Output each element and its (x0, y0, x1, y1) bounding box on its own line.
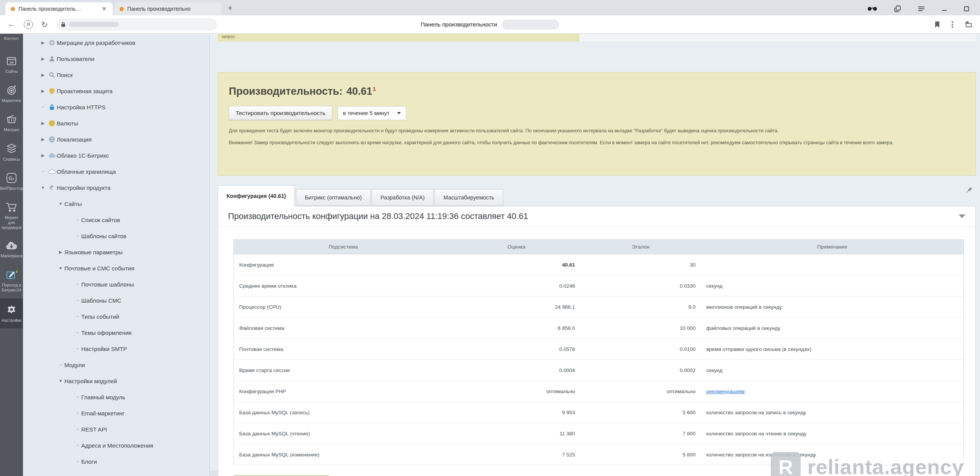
tree-item-типы-событий[interactable]: ▪Типы событий (23, 308, 209, 324)
tree-item-шаблоны-смс[interactable]: ▪Шаблоны СМС (23, 292, 209, 308)
browser-tab-2[interactable]: Панель производительно (114, 2, 222, 15)
maximize-icon[interactable] (964, 6, 969, 12)
back-icon[interactable]: ← (8, 20, 15, 29)
chevron-expanded-icon[interactable]: ▼ (57, 266, 64, 270)
report-tab-3[interactable]: Разработка (N/A) (372, 189, 433, 206)
chevron-collapsed-icon[interactable]: ▶ (39, 56, 47, 61)
report-tab-1[interactable]: Конфигурация (40.61) (218, 185, 295, 206)
tree-item-label: Адреса и Местоположения (81, 442, 153, 449)
rail-item-webprostor[interactable]: G₅ВебПростор (0, 167, 23, 196)
layers-icon (6, 143, 17, 154)
redacted-title-part (502, 20, 559, 30)
address-bar[interactable] (56, 18, 217, 31)
tree-item-почтовые-и-смс-события[interactable]: ▼Почтовые и СМС события (23, 260, 209, 276)
report-tab-4[interactable]: Масштабируемость (435, 189, 503, 206)
rail-item-market-sellers[interactable]: Маркет для продавцов (0, 196, 23, 236)
test-performance-button[interactable]: Тестировать производительность (229, 106, 332, 120)
calendar-icon: 24 (6, 56, 17, 66)
new-tab-button[interactable]: + (222, 3, 239, 15)
tree-item-настройка-https[interactable]: ▪Настройка HTTPS (23, 99, 209, 115)
bookmark-icon[interactable] (934, 21, 940, 28)
rail-item-services[interactable]: Сервисы (0, 138, 23, 167)
reload-icon[interactable]: ↻ (41, 20, 48, 29)
tree-item-поиск[interactable]: ▶Поиск (23, 67, 209, 83)
collapse-caret-icon[interactable] (959, 214, 965, 218)
rail-item-marketplace[interactable]: Marketplace (0, 236, 23, 264)
tree-item-валюты[interactable]: ▶Валюты (23, 115, 209, 131)
chevron-collapsed-icon[interactable]: ▶ (39, 40, 47, 45)
tree-item-label: Проактивная защита (57, 88, 113, 94)
rail-item-settings[interactable]: Настройки (0, 298, 23, 328)
tab-close-icon[interactable]: ✕ (101, 5, 107, 12)
tree-item-главный-модуль[interactable]: ▪Главный модуль (23, 389, 209, 405)
tree-item-настройки-модулей[interactable]: ▼Настройки модулей (23, 373, 209, 389)
tree-item-настройки-smtp[interactable]: ▪Настройки SMTP (23, 341, 209, 357)
tree-item-пользователи[interactable]: ▶Пользователи (23, 51, 209, 67)
report-tab-label: Битрикс (оптимально) (305, 194, 362, 201)
tree-item-языковые-параметры[interactable]: ▶Языковые параметры (23, 244, 209, 260)
duration-select[interactable]: в течение 5 минут (338, 106, 407, 120)
tree-item-облачные-хранилища[interactable]: ▪Облачные хранилища (23, 163, 209, 180)
minimize-icon[interactable] (942, 6, 947, 12)
tree-item-модули[interactable]: ▪Модули (23, 357, 209, 373)
cell-subsystem: Процессор (CPU) (234, 296, 453, 318)
cell-note: миллионов операций в секунду (701, 296, 964, 318)
kebab-menu-icon[interactable] (952, 21, 953, 28)
recommendations-link[interactable]: рекомендациям (706, 389, 745, 394)
extensions-icon[interactable] (965, 21, 972, 28)
chevron-collapsed-icon[interactable]: ▶ (39, 153, 47, 158)
user-icon (47, 56, 57, 62)
browser-menu-icon[interactable] (918, 6, 925, 12)
chevron-collapsed-icon[interactable]: ▶ (39, 72, 47, 77)
cell-subsystem: База данных MySQL (чтение) (234, 423, 453, 444)
admin-menu-tree: ▶Миграции для разработчиков▶Пользователи… (23, 34, 210, 476)
globe-icon (47, 136, 57, 143)
bullet-icon: ▪ (39, 170, 47, 173)
tree-item-темы-оформления[interactable]: ▪Темы оформления (23, 324, 209, 341)
bullet-icon: ▪ (57, 363, 64, 367)
tree-item-почтовые-шаблоны[interactable]: ▪Почтовые шаблоны (23, 276, 209, 292)
tree-item-шаблоны-сайтов[interactable]: ▪Шаблоны сайтов (23, 228, 209, 244)
tree-item-миграции-для-разработчиков[interactable]: ▶Миграции для разработчиков (23, 35, 209, 51)
tree-item-label: Список сайтов (81, 217, 120, 223)
tree-item-проактивная-защита[interactable]: ▶Проактивная защита (23, 83, 209, 99)
cell-note: количество запросов на запись в секунду (701, 402, 964, 423)
chevron-expanded-icon[interactable]: ▼ (57, 379, 64, 383)
tree-item-email-маркетинг[interactable]: ▪Email-маркетинг (23, 405, 209, 421)
report-tab-2[interactable]: Битрикс (оптимально) (296, 189, 371, 206)
bullet-icon: ▪ (74, 411, 81, 415)
tree-item-валюты[interactable]: ▪Валюты (23, 469, 209, 476)
gear2-icon (47, 184, 57, 191)
chevron-expanded-icon[interactable]: ▼ (57, 201, 64, 206)
cell-subsystem: Конфигурация (234, 254, 453, 275)
rail-item-marketing[interactable]: Маркетинг (0, 79, 23, 109)
chevron-collapsed-icon[interactable]: ▶ (57, 250, 64, 255)
pin-icon[interactable] (966, 186, 973, 193)
rail-item-shop[interactable]: Магазин (0, 109, 23, 138)
rail-item-sites[interactable]: 24Сайты (0, 50, 23, 79)
rail-item-content[interactable]: Контент (0, 34, 23, 50)
browser-tab-title: Панель производительно (127, 6, 216, 12)
tree-item-label: Email-маркетинг (81, 410, 125, 417)
tree-item-label: Облачные хранилища (57, 168, 116, 175)
rail-item-bitrix24[interactable]: ★Переход в Битрикс24 (0, 264, 23, 298)
chevron-collapsed-icon[interactable]: ▶ (39, 121, 47, 126)
tree-item-настройки-продукта[interactable]: ▼Настройки продукта (23, 180, 209, 196)
chevron-expanded-icon[interactable]: ▼ (39, 185, 47, 190)
pen-star-icon: ★ (6, 269, 17, 280)
tree-item-блоги[interactable]: ▪Блоги (23, 453, 209, 469)
tree-item-rest-api[interactable]: ▪REST API (23, 421, 209, 437)
tree-item-локализация[interactable]: ▶Локализация (23, 131, 209, 147)
chevron-collapsed-icon[interactable]: ▶ (39, 89, 47, 94)
tree-item-адреса-и-местоположения[interactable]: ▪Адреса и Местоположения (23, 437, 209, 453)
tab-stack-icon[interactable] (894, 5, 901, 12)
chevron-collapsed-icon[interactable]: ▶ (39, 137, 47, 142)
tree-item-облако-1с-битрикс[interactable]: ▶Облако 1С-Битрикс (23, 147, 209, 163)
relianta-logo-icon: R (770, 451, 801, 476)
watermark: R relianta.agency (770, 451, 964, 476)
tree-item-label: Валюты (57, 120, 78, 127)
tree-item-список-сайтов[interactable]: ▪Список сайтов (23, 212, 209, 228)
browser-home-icon[interactable]: Я (24, 20, 33, 29)
tree-item-сайты[interactable]: ▼Сайты (23, 196, 209, 212)
browser-tab-1[interactable]: Панель производитель… ✕ (5, 2, 113, 15)
